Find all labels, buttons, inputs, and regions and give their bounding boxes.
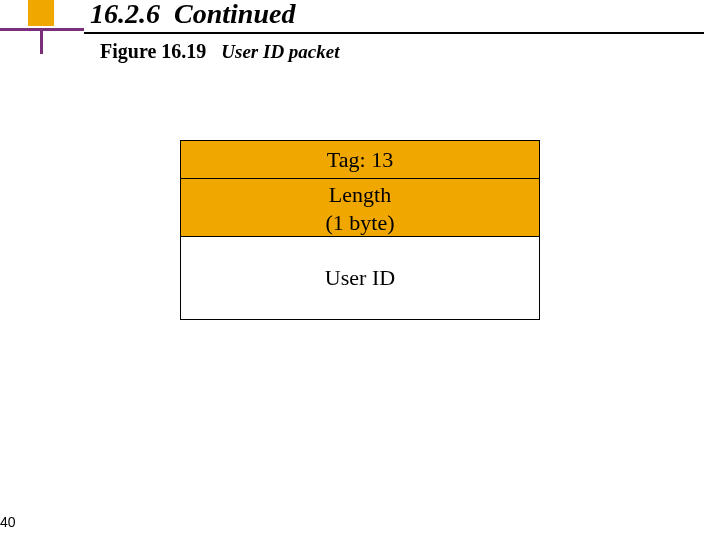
packet-length-line1: Length: [181, 181, 539, 209]
figure-label: Figure 16.19: [100, 40, 206, 62]
figure-caption: Figure 16.19 User ID packet: [100, 40, 340, 63]
packet-tag-row: Tag: 13: [181, 141, 539, 179]
heading-underline: [84, 32, 704, 34]
packet-length-line2: (1 byte): [181, 209, 539, 237]
section-word: Continued: [174, 0, 295, 29]
packet-diagram: Tag: 13 Length (1 byte) User ID: [180, 140, 540, 320]
figure-title: User ID packet: [221, 41, 339, 62]
packet-length-row: Length (1 byte): [181, 179, 539, 237]
slide-decor-vline: [40, 28, 43, 54]
slide-bullet-icon: [28, 0, 54, 26]
section-number: 16.2.6: [90, 0, 160, 29]
section-heading: 16.2.6 Continued: [90, 0, 295, 30]
packet-body-row: User ID: [181, 237, 539, 319]
page-number: 40: [0, 514, 16, 530]
